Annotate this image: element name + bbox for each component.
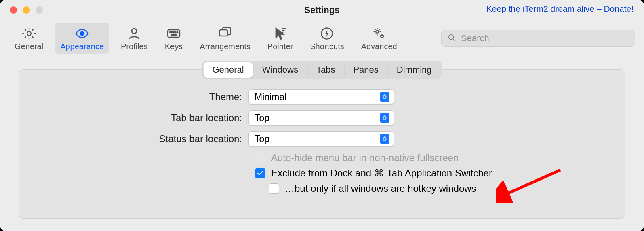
appearance-panel: General Windows Tabs Panes Dimming Theme… — [19, 69, 625, 219]
toolbar-tab-arrangements[interactable]: Arrangements — [194, 23, 256, 54]
svg-point-13 — [381, 36, 383, 38]
content-area: General Windows Tabs Panes Dimming Theme… — [0, 61, 644, 231]
minimize-window-button[interactable] — [23, 6, 30, 14]
checkbox-box — [255, 168, 265, 178]
toolbar-tab-label: Profiles — [121, 42, 148, 51]
svg-point-5 — [171, 32, 172, 33]
bolt-icon — [320, 26, 334, 41]
toolbar-tab-shortcuts[interactable]: Shortcuts — [304, 23, 349, 54]
toolbar-tab-profiles[interactable]: Profiles — [115, 23, 154, 54]
checkbox-only-hotkey-windows[interactable]: …but only if all windows are hotkey wind… — [269, 183, 625, 194]
toolbar-tab-advanced[interactable]: Advanced — [356, 23, 403, 54]
svg-point-0 — [27, 32, 31, 36]
svg-point-1 — [80, 32, 84, 35]
appearance-subtabs: General Windows Tabs Panes Dimming — [202, 61, 442, 79]
checkbox-exclude-dock[interactable]: Exclude from Dock and ⌘-Tab Application … — [255, 168, 625, 179]
toolbar-tab-pointer[interactable]: Pointer — [262, 23, 299, 54]
tab-bar-location-label: Tab bar location: — [19, 112, 248, 124]
checkbox-autohide-menubar: Auto-hide menu bar in non-native fullscr… — [255, 152, 625, 164]
search-field[interactable] — [441, 30, 635, 47]
checkbox-label: Auto-hide menu bar in non-native fullscr… — [271, 152, 459, 164]
subtab-windows[interactable]: Windows — [253, 62, 307, 78]
eye-icon — [75, 26, 89, 41]
select-stepper-icon — [380, 113, 389, 123]
toolbar-tab-label: General — [15, 42, 43, 51]
toolbar-tab-label: Pointer — [267, 42, 293, 51]
cursor-icon — [273, 26, 288, 41]
search-input[interactable] — [460, 33, 629, 44]
svg-point-8 — [177, 32, 178, 33]
svg-point-12 — [376, 30, 379, 33]
checkbox-box — [255, 153, 265, 163]
theme-label: Theme: — [19, 91, 248, 103]
row-tab-bar-location: Tab bar location: Top — [19, 110, 625, 126]
row-status-bar-location: Status bar location: Top — [19, 131, 625, 147]
toolbar: General Appearance Profiles — [0, 20, 644, 61]
subtab-dimming[interactable]: Dimming — [388, 62, 441, 78]
toolbar-tab-label: Shortcuts — [310, 42, 344, 51]
svg-rect-10 — [220, 30, 228, 36]
toolbar-tab-general[interactable]: General — [9, 23, 49, 54]
theme-value: Minimal — [255, 92, 380, 103]
svg-point-4 — [170, 32, 170, 33]
toolbar-tab-label: Advanced — [361, 42, 397, 51]
zoom-window-button[interactable] — [36, 6, 43, 14]
appearance-checkboxes: Auto-hide menu bar in non-native fullscr… — [255, 152, 625, 194]
toolbar-tab-label: Appearance — [60, 42, 104, 51]
row-theme: Theme: Minimal — [19, 89, 625, 105]
theme-select[interactable]: Minimal — [248, 89, 394, 105]
search-icon — [447, 33, 456, 44]
gear-icon — [22, 26, 36, 41]
toolbar-tab-appearance[interactable]: Appearance — [55, 23, 109, 54]
checkbox-label: Exclude from Dock and ⌘-Tab Application … — [271, 168, 492, 179]
svg-point-2 — [132, 29, 137, 34]
gears-icon — [372, 26, 386, 41]
status-bar-location-label: Status bar location: — [19, 133, 248, 145]
toolbar-tab-label: Arrangements — [200, 42, 250, 51]
titlebar: Settings Keep the iTerm2 dream alive – D… — [0, 0, 644, 20]
person-icon — [127, 26, 141, 41]
donate-link[interactable]: Keep the iTerm2 dream alive – Donate! — [486, 4, 633, 14]
appearance-form: Theme: Minimal Tab bar location: Top — [19, 89, 625, 194]
checkbox-box — [269, 183, 279, 194]
svg-point-6 — [173, 32, 174, 33]
svg-point-14 — [449, 34, 454, 39]
status-bar-location-select[interactable]: Top — [248, 131, 394, 147]
checkbox-label: …but only if all windows are hotkey wind… — [285, 183, 476, 194]
keyboard-icon — [166, 26, 181, 41]
status-bar-location-value: Top — [255, 134, 380, 145]
subtab-general[interactable]: General — [203, 62, 253, 78]
tab-bar-location-value: Top — [255, 113, 380, 124]
svg-rect-9 — [171, 34, 176, 35]
toolbar-tab-keys[interactable]: Keys — [159, 23, 188, 54]
select-stepper-icon — [380, 92, 389, 102]
subtab-panes[interactable]: Panes — [344, 62, 387, 78]
svg-point-7 — [175, 32, 176, 33]
close-window-button[interactable] — [10, 6, 17, 14]
subtab-tabs[interactable]: Tabs — [307, 62, 344, 78]
traffic-lights — [10, 6, 43, 14]
tab-bar-location-select[interactable]: Top — [248, 110, 394, 126]
settings-window: Settings Keep the iTerm2 dream alive – D… — [0, 0, 644, 231]
windows-icon — [218, 26, 232, 41]
toolbar-tab-label: Keys — [165, 42, 183, 51]
svg-rect-3 — [168, 30, 180, 37]
select-stepper-icon — [380, 134, 389, 144]
